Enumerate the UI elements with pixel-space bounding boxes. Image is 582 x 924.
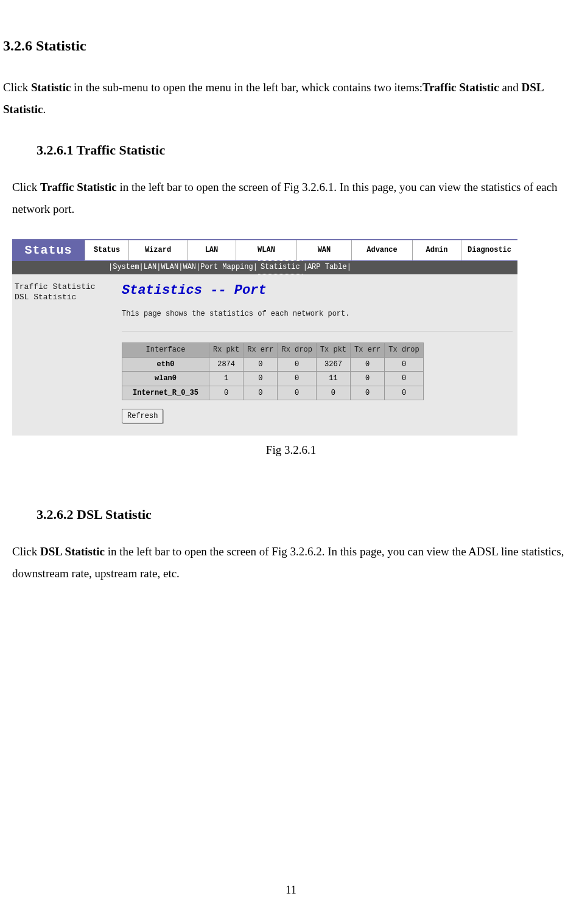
tab-advance[interactable]: Advance bbox=[352, 240, 413, 260]
tab-wlan[interactable]: WLAN bbox=[236, 240, 297, 260]
figure-caption-3-2-6-1: Fig 3.2.6.1 bbox=[0, 440, 582, 460]
th-tx-err: Tx err bbox=[351, 343, 385, 357]
pipe: | bbox=[139, 261, 143, 273]
subnav-system[interactable]: System bbox=[113, 261, 139, 273]
text: . bbox=[43, 103, 46, 116]
paragraph-3-2-6-intro: Click Statistic in the sub-menu to open … bbox=[3, 77, 579, 120]
subnav-statistic[interactable]: Statistic bbox=[258, 260, 303, 274]
subnav-lan[interactable]: LAN bbox=[144, 261, 157, 273]
table-row: Internet_R_0_35 0 0 0 0 0 0 bbox=[122, 386, 424, 400]
ui-body: Traffic Statistic DSL Statistic Statisti… bbox=[12, 274, 517, 436]
th-interface: Interface bbox=[122, 343, 209, 357]
ui-sidebar: Traffic Statistic DSL Statistic bbox=[12, 274, 105, 436]
cell-rx-pkt: 0 bbox=[209, 386, 244, 400]
heading-3-2-6: 3.2.6 Statistic bbox=[3, 33, 582, 58]
cell-rx-pkt: 1 bbox=[209, 372, 244, 386]
pipe: | bbox=[196, 261, 200, 273]
subnav-wan[interactable]: WAN bbox=[183, 261, 196, 273]
text: and bbox=[499, 81, 522, 94]
tab-admin[interactable]: Admin bbox=[413, 240, 461, 260]
cell-rx-drop: 0 bbox=[278, 372, 316, 386]
subnav-wlan[interactable]: WLAN bbox=[161, 261, 178, 273]
table-row: eth0 2874 0 0 3267 0 0 bbox=[122, 357, 424, 371]
pipe: | bbox=[347, 261, 351, 273]
cell-tx-err: 0 bbox=[351, 372, 385, 386]
cell-tx-pkt: 11 bbox=[316, 372, 350, 386]
stats-table: Interface Rx pkt Rx err Rx drop Tx pkt T… bbox=[122, 342, 424, 400]
bold-traffic-statistic: Traffic Statistic bbox=[422, 81, 499, 94]
paragraph-3-2-6-2: Click DSL Statistic in the left bar to o… bbox=[12, 541, 576, 585]
document-page: 3.2.6 Statistic Click Statistic in the s… bbox=[0, 0, 582, 924]
cell-iface: Internet_R_0_35 bbox=[122, 386, 209, 400]
sidebar-item-dsl-statistic[interactable]: DSL Statistic bbox=[15, 292, 100, 303]
table-header-row: Interface Rx pkt Rx err Rx drop Tx pkt T… bbox=[122, 343, 424, 357]
tab-status[interactable]: Status bbox=[85, 240, 129, 260]
tab-wizard[interactable]: Wizard bbox=[129, 240, 188, 260]
bold-traffic-statistic-2: Traffic Statistic bbox=[40, 181, 117, 193]
cell-tx-drop: 0 bbox=[385, 386, 423, 400]
bold-statistic: Statistic bbox=[31, 81, 71, 94]
cell-tx-pkt: 0 bbox=[316, 386, 350, 400]
cell-rx-drop: 0 bbox=[278, 386, 316, 400]
bold-dsl-statistic-2: DSL Statistic bbox=[40, 545, 105, 558]
heading-3-2-6-1: 3.2.6.1 Traffic Statistic bbox=[37, 139, 582, 161]
cell-iface: wlan0 bbox=[122, 372, 209, 386]
divider bbox=[122, 331, 513, 332]
subnav-arp-table[interactable]: ARP Table bbox=[307, 261, 347, 273]
ui-sub-nav: | System | LAN | WLAN | WAN | Port Mappi… bbox=[12, 261, 517, 274]
cell-rx-err: 0 bbox=[244, 386, 278, 400]
pipe: | bbox=[253, 261, 258, 273]
th-tx-pkt: Tx pkt bbox=[316, 343, 350, 357]
pipe: | bbox=[178, 261, 183, 273]
cell-tx-err: 0 bbox=[351, 386, 385, 400]
text: Click bbox=[12, 181, 40, 193]
cell-rx-err: 0 bbox=[244, 372, 278, 386]
cell-tx-drop: 0 bbox=[385, 372, 423, 386]
pipe: | bbox=[303, 261, 307, 273]
refresh-button[interactable]: Refresh bbox=[122, 409, 163, 423]
ui-sub-nav-links: | System | LAN | WLAN | WAN | Port Mappi… bbox=[108, 260, 351, 274]
ui-main: Statistics -- Port This page shows the s… bbox=[105, 274, 517, 436]
ui-status-banner: Status bbox=[12, 240, 85, 261]
cell-iface: eth0 bbox=[122, 357, 209, 371]
cell-tx-err: 0 bbox=[351, 357, 385, 371]
cell-rx-err: 0 bbox=[244, 357, 278, 371]
sidebar-item-traffic-statistic[interactable]: Traffic Statistic bbox=[15, 282, 100, 293]
th-rx-pkt: Rx pkt bbox=[209, 343, 244, 357]
text: Click bbox=[3, 81, 31, 94]
heading-3-2-6-2: 3.2.6.2 DSL Statistic bbox=[37, 503, 582, 526]
th-rx-drop: Rx drop bbox=[278, 343, 316, 357]
ui-top-row: Status Status Wizard LAN WLAN WAN Advanc… bbox=[12, 240, 517, 261]
cell-rx-pkt: 2874 bbox=[209, 357, 244, 371]
tab-lan[interactable]: LAN bbox=[188, 240, 236, 260]
tab-wan[interactable]: WAN bbox=[297, 240, 352, 260]
ui-sub-nav-pad bbox=[16, 261, 108, 274]
table-row: wlan0 1 0 0 11 0 0 bbox=[122, 372, 424, 386]
text: in the sub-menu to open the menu in the … bbox=[71, 81, 422, 94]
pipe: | bbox=[156, 261, 161, 273]
subnav-port-mapping[interactable]: Port Mapping bbox=[200, 261, 253, 273]
ui-main-tabs: Status Wizard LAN WLAN WAN Advance Admin… bbox=[85, 240, 517, 261]
text: Click bbox=[12, 545, 40, 558]
ui-page-desc: This page shows the statistics of each n… bbox=[122, 308, 513, 320]
th-rx-err: Rx err bbox=[244, 343, 278, 357]
pipe: | bbox=[108, 261, 113, 273]
cell-tx-pkt: 3267 bbox=[316, 357, 350, 371]
paragraph-3-2-6-1: Click Traffic Statistic in the left bar … bbox=[12, 176, 576, 220]
ui-page-title: Statistics -- Port bbox=[122, 279, 513, 302]
page-number: 11 bbox=[0, 881, 582, 900]
tab-diagnostic[interactable]: Diagnostic bbox=[461, 240, 517, 260]
th-tx-drop: Tx drop bbox=[385, 343, 423, 357]
cell-rx-drop: 0 bbox=[278, 357, 316, 371]
cell-tx-drop: 0 bbox=[385, 357, 423, 371]
router-ui-screenshot: Status Status Wizard LAN WLAN WAN Advanc… bbox=[12, 239, 517, 436]
